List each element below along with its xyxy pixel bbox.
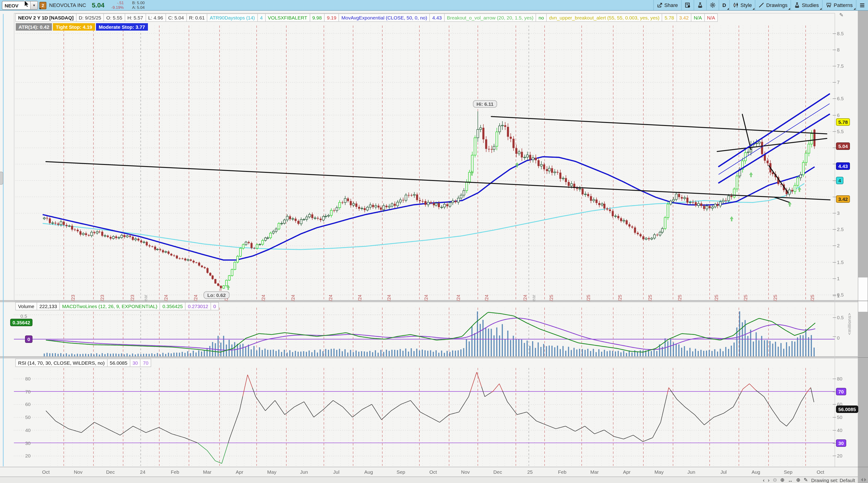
volume-study-cell[interactable]: 0.356425	[160, 302, 186, 310]
date-gridline-label: 2/16/24	[193, 295, 198, 301]
date-gridline-label: 7/18/25	[743, 295, 748, 301]
date-gridline-label: 10/20/23	[70, 295, 75, 301]
right-scrollbar[interactable]	[858, 10, 868, 483]
date-gridline-label: 5/17/24	[291, 295, 296, 301]
zoom-in-button[interactable]: ⊕	[780, 477, 784, 483]
volume-header-row: Volume222,133MACDTwoLines (12, 26, 9, EX…	[16, 302, 219, 310]
study-cell[interactable]: dvn_upper_breakout_alert (55, 55, 0.003,…	[546, 13, 662, 22]
share-icon	[657, 2, 662, 8]
date-gridline-label: 7/19/24	[357, 295, 362, 301]
hi-tooltip: Hi: 6.11	[473, 100, 497, 108]
study-cell[interactable]: R: 0.61	[186, 13, 208, 22]
stops-badge-row: ATR(14): 0.42Tight Stop: 4.19Moderate St…	[16, 23, 149, 31]
study-cell[interactable]: H: 5.57	[124, 13, 146, 22]
bid-ask: B: 5.00 A: 5.04	[132, 0, 145, 10]
share-label: Share	[664, 2, 678, 8]
patterns-button[interactable]: Patterns	[822, 0, 856, 10]
stop-badge: Tight Stop: 4.19	[53, 23, 95, 31]
settings-button[interactable]	[706, 0, 719, 10]
report-button[interactable]	[681, 0, 694, 10]
patterns-label: Patterns	[834, 2, 853, 8]
fit-width-button[interactable]: ↔	[788, 477, 793, 483]
study-cell[interactable]: MovAvgExponential (CLOSE, 50, 0, no)	[339, 13, 430, 22]
pencil-button[interactable]: ✎	[804, 477, 808, 483]
main-price-panel[interactable]: 10/20/2311/17/2312/15/231/19/242/16/243/…	[14, 13, 835, 301]
study-cell[interactable]: 4	[257, 13, 266, 22]
pan-left-button[interactable]: ‹	[763, 477, 764, 483]
zoom-out-button[interactable]: ⊖	[773, 477, 777, 483]
volume-study-cell[interactable]: 0.273012	[185, 302, 211, 310]
studies-flask-icon	[795, 2, 800, 8]
drawing-set-label: Drawing set: Default	[811, 477, 855, 483]
study-cell[interactable]: VOLSXFIBALERT	[265, 13, 310, 22]
study-cell[interactable]: N/A	[704, 13, 718, 22]
share-button[interactable]: Share	[653, 0, 681, 10]
date-gridline-label: 9/20/24	[423, 295, 428, 301]
study-cell[interactable]: O: 5.55	[104, 13, 125, 22]
trendline-icon	[759, 2, 764, 8]
bottom-controls: ‹ › ⊖ ⊕ ↔ ⊕ ✎ Drawing set: Default	[763, 477, 855, 483]
alert-count-badge[interactable]: 2	[39, 2, 46, 9]
volume-study-cell[interactable]: Volume	[15, 302, 37, 310]
panel-collapse-handle[interactable]	[0, 172, 3, 184]
rsi-study-cell[interactable]: 30	[130, 359, 141, 367]
date-gridline-label: 2024 year	[531, 295, 536, 301]
study-cell[interactable]: ATR90Daystops (14)	[207, 13, 258, 22]
date-gridline-label: 10/18/24	[456, 295, 461, 301]
symbol-input[interactable]: NEOV ▼	[2, 1, 38, 10]
style-button[interactable]: Style	[730, 0, 755, 10]
date-gridline-label: 8/15/25	[773, 295, 778, 301]
volume-study-cell[interactable]: 0	[211, 302, 219, 310]
date-gridline-label: 11/17/23	[100, 295, 105, 301]
candle-style-icon	[733, 2, 739, 8]
study-cell[interactable]: 4.43	[430, 13, 445, 22]
study-cell[interactable]: 9.98	[310, 13, 324, 22]
date-gridline-label: 4/19/24	[261, 295, 266, 301]
rsi-study-cell[interactable]: 56.0085	[107, 359, 130, 367]
volume-study-cell[interactable]: MACDTwoLines (12, 26, 9, EXPONENTIAL)	[59, 302, 160, 310]
pan-right-button[interactable]: ›	[768, 477, 770, 483]
last-price: 5.04	[92, 0, 104, 10]
date-gridline-label: 11/15/24	[484, 295, 489, 301]
date-gridline-label: 1/17/25	[549, 295, 554, 301]
stop-badge: ATR(14): 0.42	[16, 23, 52, 31]
ask-value: A: 5.04	[132, 5, 145, 10]
menu-button[interactable]	[856, 0, 868, 10]
rsi-study-cell[interactable]: RSI (14, 70, 30, CLOSE, WILDERS, no)	[15, 359, 107, 367]
study-cell[interactable]: no	[536, 13, 547, 22]
drawings-button[interactable]: Drawings	[755, 0, 791, 10]
rsi-header-row: RSI (14, 70, 30, CLOSE, WILDERS, no)56.0…	[16, 359, 151, 367]
study-cell[interactable]: 9.19	[324, 13, 339, 22]
symbol-dropdown-caret-icon[interactable]: ▼	[30, 1, 37, 9]
date-gridline-label: 3/21/25	[617, 295, 622, 301]
quick-draw-icon[interactable]: ✎	[839, 12, 843, 18]
study-cell[interactable]: 3.42	[677, 13, 691, 22]
stop-badge: Moderate Stop: 3.77	[96, 23, 148, 31]
crosshair-button[interactable]: ⊕	[796, 477, 800, 483]
studies-header-row: NEOV 2 Y 1D [NASDAQ] D: 9/25/25O: 5.55H:…	[16, 13, 718, 22]
date-gridline-label: 12/15/23	[130, 295, 135, 301]
chart-title: NEOV 2 Y 1D [NASDAQ]	[15, 13, 76, 22]
study-cell[interactable]: 5.78	[662, 13, 677, 22]
rsi-study-cell[interactable]: 70	[140, 359, 151, 367]
flask-icon	[698, 2, 703, 8]
analyze-button[interactable]	[694, 0, 706, 10]
bid-value: B: 5.00	[132, 0, 145, 5]
change-value: -.51	[111, 0, 124, 5]
volume-units-label: <millions>	[847, 313, 852, 335]
date-gridline-label: 9/19/25	[810, 295, 815, 301]
company-name: NEOVOLTA INC	[49, 0, 86, 10]
study-cell[interactable]: L: 4.96	[145, 13, 166, 22]
study-cell[interactable]: C: 5.04	[165, 13, 187, 22]
date-gridline-label: 8/16/24	[386, 295, 392, 301]
study-cell[interactable]: D: 9/25/25	[76, 13, 104, 22]
style-label: Style	[741, 2, 752, 8]
volume-study-cell[interactable]: 222,133	[37, 302, 60, 310]
date-gridline-label: 6/21/24	[328, 295, 333, 301]
date-gridline-label: 4/18/25	[647, 295, 652, 301]
studies-button[interactable]: Studies	[791, 0, 822, 10]
study-cell[interactable]: N/A	[691, 13, 705, 22]
timeframe-button[interactable]: D	[719, 0, 730, 10]
gear-icon	[710, 2, 715, 8]
study-cell[interactable]: Breakout_o_vol_arrow (20, 20, 1.5, yes)	[444, 13, 536, 22]
